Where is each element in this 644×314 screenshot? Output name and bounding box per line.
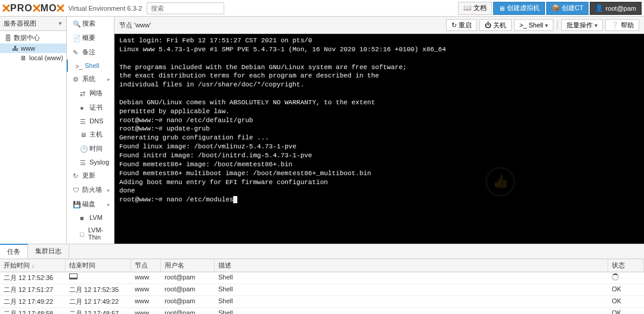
nav-搜索[interactable]: 🔍搜索 [67,17,114,31]
help-icon: ❔ [611,21,619,29]
tree-item-www[interactable]: 🖧www [0,43,66,53]
col-node[interactable]: 节点 [131,259,161,272]
lvmt-icon: □ [80,231,85,237]
sort-desc-icon: ↓ [32,263,35,269]
chevron-down-icon: ▾ [595,22,597,29]
user-button[interactable]: 👤root@pam [590,2,642,15]
fw-icon: 🛡 [73,186,79,193]
top-header: ✕ PRO ✕ MO ✕ Virtual Environment 6.3-2 📖… [0,0,644,17]
nav-概要[interactable]: 📄概要 [67,31,114,45]
tab-cluster-log[interactable]: 集群日志 [28,244,69,259]
nav-主机[interactable]: 🖥主机 [67,128,114,142]
shell-icon: >_ [75,63,82,69]
col-status[interactable]: 状态 [608,259,644,272]
nav-时间[interactable]: 🕐时间 [67,142,114,156]
storage-icon: 🗎 [20,54,27,61]
nav-系统[interactable]: ⚙系统▸ [67,72,114,86]
nav-syslog[interactable]: ☰Syslog [67,156,114,169]
search-input[interactable] [147,2,224,14]
log-header: 开始时间 ↓ 结束时间 节点 用户名 描述 状态 [0,259,644,272]
server-view-title[interactable]: 服务器视图▼ [0,17,66,31]
spinner-icon [612,273,619,281]
tree-item-local[interactable]: 🗎local (www) [0,53,66,63]
search-icon: 🔍 [73,20,79,27]
create-vm-button[interactable]: 🖥创建虚拟机 [493,2,545,15]
refresh-icon: ↻ [73,172,79,179]
nav-dns[interactable]: ☰DNS [67,115,114,128]
host-icon: 🖥 [80,131,86,138]
cert-icon: ● [80,104,86,111]
nav-lvm-thin[interactable]: □LVM-Thin [67,224,114,244]
net-icon: ⇄ [80,90,86,97]
cube-icon: 📦 [552,4,560,12]
syslog-icon: ☰ [80,159,86,166]
dns-icon: ☰ [80,118,86,125]
server-view-panel: 服务器视图▼ 🗄数据中心🖧www🗎local (www) [0,17,67,244]
create-ct-button[interactable]: 📦创建CT [546,2,589,15]
refresh-icon: ↻ [451,21,457,29]
nav-防火墙[interactable]: 🛡防火墙▸ [67,183,114,197]
logo-pre: PRO [10,3,33,14]
doc-button[interactable]: 📖文档 [458,2,492,15]
note-icon: ✎ [73,49,79,55]
clock-icon: 🕐 [80,145,86,152]
logo-post: MO [41,3,57,14]
nav-lvm[interactable]: ■LVM [67,212,114,224]
col-desc[interactable]: 描述 [215,259,608,272]
log-row[interactable]: 二月 12 17:51:27二月 12 17:52:35wwwroot@pamS… [0,284,644,296]
nav-网络[interactable]: ⇄网络 [67,86,114,101]
nav-更新[interactable]: ↻更新 [67,169,114,183]
book-icon: 📖 [463,4,472,12]
shell-terminal[interactable]: Last login: Fri Feb 12 17:51:27 CST 2021… [114,34,644,244]
help-button[interactable]: ❔帮助 [605,19,639,31]
shutdown-button[interactable]: ⏻关机 [479,19,512,31]
shell-dropdown[interactable]: >_Shell▾ [514,19,553,31]
nav-证书[interactable]: ●证书 [67,101,114,115]
chevron-right-icon: ▸ [107,201,110,207]
terminal-icon: >_ [519,21,527,29]
gear-icon: ⚙ [73,76,79,82]
col-end-time[interactable]: 结束时间 [66,259,131,272]
separator [557,20,558,30]
node-icon: 🖧 [12,45,19,52]
log-row[interactable]: 二月 12 17:48:58二月 12 17:48:57wwwroot@pamS… [0,308,644,314]
logo: ✕ PRO ✕ MO ✕ [2,1,64,15]
chevron-down-icon: ▾ [545,22,548,29]
restart-button[interactable]: ↻重启 [446,19,477,31]
log-row[interactable]: 二月 12 17:49:22二月 12 17:49:22wwwroot@pamS… [0,296,644,308]
chevron-right-icon: ▸ [107,187,110,193]
env-label: Virtual Environment 6.3-2 [68,5,142,12]
log-row[interactable]: 二月 12 17:52:36wwwroot@pamShell [0,272,644,284]
nav-shell[interactable]: >_Shell [67,60,114,72]
monitor-icon: 🖥 [499,5,505,12]
logo-x-icon: ✕ [55,1,66,15]
power-icon: ⏻ [485,21,491,29]
chevron-down-icon: ▼ [58,21,63,26]
running-icon [69,273,78,279]
lvm-icon: ■ [80,214,86,221]
col-user[interactable]: 用户名 [161,259,215,272]
tree-item-数据中心[interactable]: 🗄数据中心 [0,32,66,43]
node-nav-panel: 🔍搜索📄概要✎备注>_Shell⚙系统▸⇄网络●证书☰DNS🖥主机🕐时间☰Sys… [67,17,114,244]
user-icon: 👤 [595,4,603,12]
chevron-right-icon: ▸ [107,76,110,82]
bottom-panel: 任务 集群日志 开始时间 ↓ 结束时间 节点 用户名 描述 状态 二月 12 1… [0,244,644,314]
nav-磁盘[interactable]: 💾磁盘▸ [67,197,114,212]
tab-tasks[interactable]: 任务 [0,244,28,259]
bulk-button[interactable]: 批量操作▾ [561,19,603,31]
list-icon: 📄 [73,35,79,41]
nav-备注[interactable]: ✎备注 [67,45,114,60]
breadcrumb: 节点 'www' ↻重启 ⏻关机 >_Shell▾ 批量操作▾ ❔帮助 [114,17,644,34]
disk-icon: 💾 [73,201,79,207]
col-start-time[interactable]: 开始时间 ↓ [0,259,66,272]
server-icon: 🗄 [5,35,12,42]
content-area: 节点 'www' ↻重启 ⏻关机 >_Shell▾ 批量操作▾ ❔帮助 Last… [114,17,644,244]
terminal-cursor [233,196,237,203]
